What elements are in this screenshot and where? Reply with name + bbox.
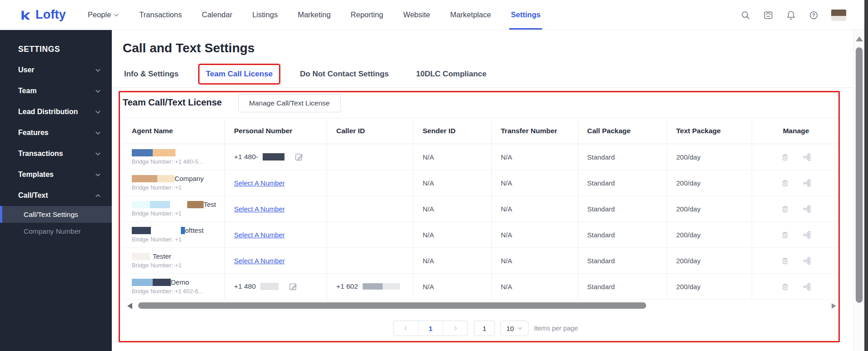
cell-call-package: Standard <box>578 222 667 248</box>
redacted-number <box>363 283 400 290</box>
chevron-right-icon <box>453 326 458 331</box>
select-a-number-link[interactable]: Select A Number <box>234 205 285 213</box>
scroll-left-arrow[interactable] <box>127 303 132 309</box>
nav-item-reporting[interactable]: Reporting <box>351 0 384 30</box>
bridge-number: Bridge Number: +1 <box>132 184 181 191</box>
svg-text:?: ? <box>812 12 815 18</box>
vertical-scrollbar-thumb[interactable] <box>856 47 863 303</box>
inbox-icon[interactable] <box>763 10 773 20</box>
pagination: 1 <box>393 321 468 336</box>
cell-sender-id: N/A <box>413 274 491 300</box>
cell-transfer-number: N/A <box>491 222 578 248</box>
pagination-prev-button[interactable] <box>394 321 418 336</box>
cell-agent-name: Test Bridge Number: +1 <box>123 196 224 222</box>
nav-item-calendar[interactable]: Calendar <box>202 0 232 30</box>
sidebar-item-user[interactable]: User <box>0 60 112 80</box>
delete-icon[interactable] <box>781 153 789 161</box>
edit-icon[interactable] <box>294 152 304 161</box>
chevron-down-icon <box>95 151 101 157</box>
nav-item-people[interactable]: People <box>88 0 119 30</box>
search-icon[interactable] <box>740 10 751 20</box>
bridge-number: Bridge Number: +1 602-6... <box>132 288 203 295</box>
items-per-page-label: Items per page <box>534 321 578 336</box>
lofty-logo[interactable]: Lofty <box>18 8 66 22</box>
col-header-agent-name: Agent Name <box>123 118 224 144</box>
sidebar-item-team[interactable]: Team <box>0 80 112 101</box>
cell-agent-name: Demo Bridge Number: +1 602-6... <box>123 274 224 300</box>
cell-personal-number: Select A Number <box>224 222 327 248</box>
transfer-license-icon[interactable] <box>803 231 812 239</box>
cell-text-package: 200/day <box>667 222 752 248</box>
cell-agent-name: Tester Bridge Number: +1 <box>123 248 224 274</box>
sidebar-item-templates[interactable]: Templates <box>0 164 112 185</box>
cell-text-package: 200/day <box>667 248 752 274</box>
tab-10dlc-compliance[interactable]: 10DLC Compliance <box>409 64 494 85</box>
delete-icon[interactable] <box>781 282 789 291</box>
nav-item-website[interactable]: Website <box>403 0 430 30</box>
tab-do-not-contact-settings[interactable]: Do Not Contact Settings <box>292 64 397 85</box>
pagination-next-button[interactable] <box>443 321 467 336</box>
delete-icon[interactable] <box>781 256 789 265</box>
redacted-agent-name <box>132 149 175 156</box>
nav-item-listings[interactable]: Listings <box>252 0 278 30</box>
cell-sender-id: N/A <box>413 196 491 222</box>
cell-text-package: 200/day <box>667 144 752 170</box>
help-icon[interactable]: ? <box>808 10 819 20</box>
cell-agent-name: Company Bridge Number: +1 <box>123 170 224 196</box>
sidebar-item-transactions[interactable]: Transactions <box>0 143 112 164</box>
transfer-license-icon[interactable] <box>803 153 812 161</box>
transfer-license-icon[interactable] <box>803 205 812 213</box>
transfer-license-icon[interactable] <box>803 256 812 265</box>
cell-manage <box>752 170 840 196</box>
page-number-input[interactable] <box>474 321 495 336</box>
select-a-number-link[interactable]: Select A Number <box>234 257 285 265</box>
edit-icon[interactable] <box>289 282 298 291</box>
items-per-page-select[interactable]: 10 <box>500 321 529 336</box>
delete-icon[interactable] <box>781 179 789 187</box>
avatar[interactable] <box>831 10 846 21</box>
sidebar-item-lead-distribution[interactable]: Lead Distribution <box>0 101 112 122</box>
select-a-number-link[interactable]: Select A Number <box>234 179 285 187</box>
delete-icon[interactable] <box>781 205 789 213</box>
scroll-right-arrow[interactable] <box>832 303 836 309</box>
select-a-number-link[interactable]: Select A Number <box>234 231 285 239</box>
cell-manage <box>752 274 840 300</box>
sidebar-item-call-text[interactable]: Call/Text <box>0 185 112 206</box>
lofty-logo-icon <box>18 8 32 22</box>
pagination-page-1[interactable]: 1 <box>418 321 443 336</box>
manage-license-button[interactable]: Manage Call/Text License <box>238 94 341 112</box>
nav-menu: People Transactions Calendar Listings Ma… <box>88 0 540 30</box>
nav-item-marketing[interactable]: Marketing <box>298 0 330 30</box>
transfer-license-icon[interactable] <box>803 179 812 187</box>
cell-transfer-number: N/A <box>491 170 578 196</box>
bridge-number: Bridge Number: +1 <box>132 236 181 243</box>
bridge-number: Bridge Number: +1 <box>132 210 181 217</box>
section-title: Team Call/Text License <box>123 97 222 108</box>
sidebar-item-features[interactable]: Features <box>0 122 112 143</box>
cell-text-package: 200/day <box>667 274 752 300</box>
redacted-agent-name <box>132 279 171 286</box>
scroll-up-arrow[interactable] <box>856 36 863 41</box>
cell-agent-name: ofttest Bridge Number: +1 <box>123 222 224 248</box>
transfer-license-icon[interactable] <box>803 282 812 291</box>
tab-info-settings[interactable]: Info & Settings <box>116 64 186 85</box>
col-header-call-package: Call Package <box>578 118 667 144</box>
delete-icon[interactable] <box>781 231 789 239</box>
nav-item-marketplace[interactable]: Marketplace <box>450 0 491 30</box>
tab-team-call-license[interactable]: Team Call License <box>198 64 280 85</box>
col-header-sender-id: Sender ID <box>413 118 491 144</box>
cell-agent-name: Bridge Number: +1 480-5... <box>123 144 224 170</box>
main-content: Call and Text Settings Info & Settings T… <box>112 30 853 351</box>
cell-caller-id <box>327 144 413 170</box>
cell-caller-id <box>327 170 413 196</box>
horizontal-scrollbar-thumb[interactable] <box>138 302 646 309</box>
bell-icon[interactable] <box>786 10 796 20</box>
settings-sidebar: SETTINGS User Team Lead Distribution Fea… <box>0 30 112 351</box>
sidebar-item-call-text-settings[interactable]: Call/Text Settings <box>0 206 112 223</box>
tabs-divider <box>112 87 853 88</box>
nav-item-transactions[interactable]: Transactions <box>139 0 182 30</box>
cell-manage <box>752 248 840 274</box>
nav-item-settings[interactable]: Settings <box>511 0 540 30</box>
sidebar-item-company-number[interactable]: Company Number <box>0 223 112 240</box>
cell-caller-id <box>327 196 413 222</box>
